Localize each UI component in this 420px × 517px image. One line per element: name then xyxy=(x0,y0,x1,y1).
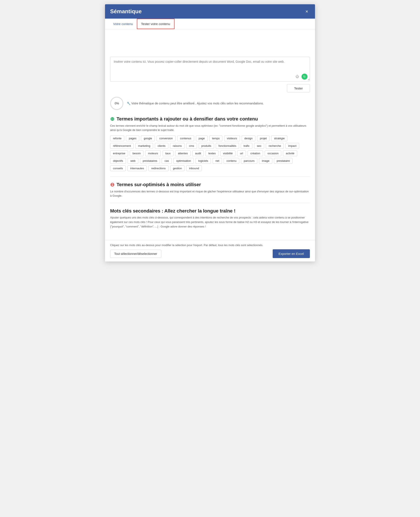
circle-progress: 0% xyxy=(110,97,123,110)
list-item[interactable]: visiteurs xyxy=(224,136,240,141)
list-item[interactable]: contenus xyxy=(177,136,194,141)
list-item[interactable]: projet xyxy=(257,136,270,141)
section-secondary-desc: Ajouter quelques uns des mots clés ci-de… xyxy=(110,215,310,229)
list-item[interactable]: clients xyxy=(155,143,168,149)
list-item[interactable]: objectifs xyxy=(110,158,126,164)
list-item[interactable]: prestataires xyxy=(140,158,160,164)
divider-2 xyxy=(110,203,310,203)
list-item[interactable]: recherche xyxy=(266,143,284,149)
tester-button[interactable]: Tester xyxy=(287,84,310,92)
section-add: ⊕ Termes importants à rajouter ou à dens… xyxy=(110,116,310,171)
list-item[interactable]: audit xyxy=(192,151,204,156)
list-item[interactable]: référencement xyxy=(110,143,134,149)
list-item[interactable]: fonctionnalités xyxy=(216,143,239,149)
list-item[interactable]: marketing xyxy=(135,143,153,149)
list-item[interactable]: internautes xyxy=(128,165,147,171)
textarea-icons: ⏻ ↻ xyxy=(294,74,308,80)
section-secondary-title: Mots clés secondaires : Allez chercher l… xyxy=(110,208,310,214)
list-item[interactable]: création xyxy=(248,151,263,156)
progress-percent: 0% xyxy=(115,102,119,105)
minus-circle-icon: ⊖ xyxy=(110,182,114,188)
white-area xyxy=(110,33,310,54)
list-item[interactable]: cms xyxy=(186,143,197,149)
list-item[interactable]: moteurs xyxy=(145,151,161,156)
list-item[interactable]: raisons xyxy=(170,143,185,149)
list-item[interactable]: activité xyxy=(283,151,297,156)
footer-bar: Cliquez sur les mots clés au-dessus pour… xyxy=(105,240,315,261)
tester-btn-row: Tester xyxy=(110,84,310,92)
footer-actions: Tout sélectionner/déselectionner Exporte… xyxy=(110,249,310,258)
list-item[interactable]: refonte xyxy=(110,136,124,141)
list-item[interactable]: besoin xyxy=(130,151,143,156)
modal-header: Sémantique × xyxy=(105,4,315,19)
list-item[interactable]: seo xyxy=(254,143,264,149)
list-item[interactable]: temps xyxy=(209,136,222,141)
list-item[interactable]: trafic xyxy=(241,143,252,149)
section-minus-desc: Le nombre d'occurences des termes ci-des… xyxy=(110,189,310,198)
list-item[interactable]: pages xyxy=(126,136,139,141)
list-item[interactable]: redirections xyxy=(148,165,168,171)
section-secondary: Mots clés secondaires : Allez chercher l… xyxy=(110,208,310,229)
list-item[interactable]: optimisation xyxy=(173,158,194,164)
footer-note: Cliquez sur les mots clés au-dessus pour… xyxy=(110,243,310,247)
list-item[interactable]: contenu xyxy=(224,158,239,164)
list-item[interactable]: visibilité xyxy=(220,151,236,156)
list-item[interactable]: cas xyxy=(162,158,172,164)
add-circle-icon: ⊕ xyxy=(110,116,114,122)
list-item[interactable]: taux xyxy=(163,151,173,156)
progress-message: 🔧 Votre thématique de contenu peut être … xyxy=(127,102,264,105)
tab-tester-contenu[interactable]: Tester votre contenu xyxy=(137,19,174,29)
tab-votre-contenu[interactable]: Votre contenu xyxy=(109,19,137,29)
list-item[interactable]: produits xyxy=(199,143,214,149)
list-item[interactable]: gestion xyxy=(170,165,185,171)
semantique-modal: Sémantique × Votre contenu Tester votre … xyxy=(105,4,315,261)
close-button[interactable]: × xyxy=(304,8,310,15)
progress-row: 0% 🔧 Votre thématique de contenu peut êt… xyxy=(110,97,310,110)
section-add-desc: Ces termes viennent enrichir le champ le… xyxy=(110,124,310,132)
section-add-title: ⊕ Termes importants à rajouter ou à dens… xyxy=(110,116,310,122)
textarea-container: ⏻ ↻ xyxy=(110,57,310,82)
power-icon[interactable]: ⏻ xyxy=(294,74,300,80)
section-minus-title: ⊖ Termes sur-optimisés à moins utiliser xyxy=(110,182,310,188)
modal-title: Sémantique xyxy=(110,8,142,15)
list-item[interactable]: net xyxy=(213,158,222,164)
list-item[interactable]: parcours xyxy=(241,158,257,164)
export-button[interactable]: Exporter en Excel xyxy=(273,249,310,258)
list-item[interactable]: impact xyxy=(285,143,299,149)
tabs-bar: Votre contenu Tester votre contenu xyxy=(105,19,315,29)
list-item[interactable]: design xyxy=(242,136,255,141)
refresh-icon[interactable]: ↻ xyxy=(301,74,308,80)
list-item[interactable]: entreprise xyxy=(110,151,128,156)
list-item[interactable]: attentes xyxy=(175,151,191,156)
section-minus: ⊖ Termes sur-optimisés à moins utiliser … xyxy=(110,182,310,198)
list-item[interactable]: conversion xyxy=(157,136,176,141)
content-textarea[interactable] xyxy=(110,57,310,80)
list-item[interactable]: image xyxy=(259,158,272,164)
select-all-button[interactable]: Tout sélectionner/déselectionner xyxy=(110,250,161,258)
list-item[interactable]: page xyxy=(196,136,208,141)
list-item[interactable]: textes xyxy=(205,151,218,156)
list-item[interactable]: google xyxy=(141,136,155,141)
list-item[interactable]: prestataire xyxy=(274,158,292,164)
modal-body: ⏻ ↻ Tester 0% 🔧 Votre thématique de cont… xyxy=(105,29,315,240)
add-tags-container: refontepagesgoogleconversioncontenuspage… xyxy=(110,136,310,171)
list-item[interactable]: web xyxy=(128,158,138,164)
list-item[interactable]: stratégie xyxy=(271,136,287,141)
list-item[interactable]: logiciels xyxy=(195,158,211,164)
list-item[interactable]: url xyxy=(237,151,246,156)
list-item[interactable]: conseils xyxy=(110,165,126,171)
list-item[interactable]: inbound xyxy=(186,165,202,171)
list-item[interactable]: occasion xyxy=(265,151,281,156)
